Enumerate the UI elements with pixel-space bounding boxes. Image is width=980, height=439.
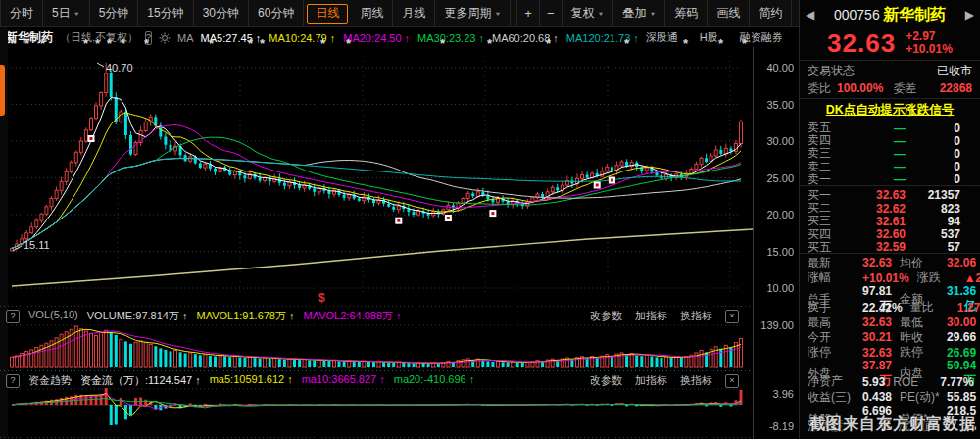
period-60min[interactable]: 60分钟 (249, 0, 304, 26)
indicator-value: MA20:24.50 ↑ (343, 32, 410, 44)
period-daily[interactable]: 日线 (307, 4, 348, 24)
add-indicator-button[interactable]: 加指标 (635, 373, 667, 388)
weibi-row: 委比 100.00% 委差 22868 (800, 79, 980, 97)
dk-signal-link[interactable]: DK点自动提示涨跌信号 (800, 100, 980, 120)
axis-tick: 139.00 (760, 319, 794, 331)
close-pane-icon[interactable]: × (725, 310, 739, 323)
stock-code: 000756 (834, 7, 880, 23)
indicator-value: MAVOL2:64.088万 ↑ (304, 309, 402, 323)
period-monthly[interactable]: 月线 (393, 0, 435, 26)
stat-row: 换手22.42%量比1.27 (800, 299, 980, 314)
period-weekly[interactable]: 周线 (351, 0, 393, 26)
chevron-down-icon: ▼ (598, 11, 605, 17)
help-icon[interactable]: ? (145, 31, 152, 45)
stat-row: 涨停32.63跌停26.69 (800, 344, 980, 359)
gear-icon[interactable] (159, 32, 171, 44)
add-indicator-button[interactable]: 加指标 (635, 309, 667, 323)
adjust-dropdown[interactable]: 复权▼ (563, 0, 614, 26)
axis-tick: -8.19 (769, 420, 794, 432)
candlestick-chart[interactable]: 40.7015.11$ (0, 47, 753, 306)
bid-levels: 买一32.6321357买二32.62823买三32.6194买四32.6053… (800, 187, 980, 252)
watermark: 截图来自东方财富数据 (809, 415, 976, 435)
bid-row[interactable]: 买四32.60537 (800, 226, 980, 239)
stat-row: 收益(三)0.438PE(动)*55.85 (800, 389, 980, 404)
help-icon[interactable]: ? (6, 310, 20, 323)
price-change-pct: +10.01% (906, 43, 953, 56)
divider (800, 60, 980, 61)
price-tick: 10.00 (766, 282, 794, 294)
ask-levels: 卖五—0卖四—0卖三—0卖二—0卖一—0 (800, 120, 980, 184)
ask-row[interactable]: 卖四—0 (800, 132, 980, 145)
period-5min[interactable]: 5分钟 (90, 0, 139, 26)
volume-values: VOL(5,10)VOLUME:97.814万 ↑MAVOL1:91.678万 … (28, 309, 402, 323)
change-params-button[interactable]: 改参数 (590, 373, 622, 388)
stat-row: 最新32.63均价32.06 (800, 255, 980, 269)
ask-row[interactable]: 卖三—0 (800, 145, 980, 158)
indicator-value: MA120:21.73 ↑ (566, 32, 639, 44)
quote-panel: ◀ 000756 新华制药 ▶ 32.63 +2.97 +10.01% 交易状态… (799, 0, 980, 439)
period-more[interactable]: 更多周期▼ (435, 0, 511, 26)
overlay-dropdown[interactable]: 叠加▼ (613, 0, 665, 26)
indicator-value: MA10:24.79 ↑ (269, 32, 335, 44)
period-30min[interactable]: 30分钟 (194, 0, 249, 26)
price-axis: 40.0035.0030.0025.0020.0015.0010.00139.0… (753, 47, 799, 439)
switch-indicator-button[interactable]: 换指标 (680, 309, 712, 323)
prev-stock-button[interactable]: ◀ (806, 8, 814, 22)
price-tick: 40.00 (766, 62, 794, 73)
market-link-0[interactable]: 深股通 (646, 30, 678, 45)
price-block: 32.63 +2.97 +10.01% (800, 27, 980, 59)
ask-row[interactable]: 卖五—0 (800, 120, 980, 132)
volume-header: ? VOL(5,10)VOLUME:97.814万 ↑MAVOL1:91.678… (0, 309, 753, 323)
indicator-value: VOLUME:97.814万 ↑ (87, 309, 188, 323)
stat-row: 涨幅+10.01%涨跌▲2.97 (800, 269, 980, 284)
indicator-value: MA30:23.23 ↑ (417, 32, 484, 44)
change-params-button[interactable]: 改参数 (590, 309, 622, 323)
last-price: 32.63 (827, 28, 896, 59)
bid-row[interactable]: 买二32.62823 (800, 200, 980, 213)
period-5day[interactable]: 5日▼ (43, 0, 90, 26)
indicator-value: ma10:3665.827 ↑ (302, 373, 385, 388)
indicator-value: VOL(5,10) (28, 309, 78, 323)
stock-name: 新华制药 (883, 6, 946, 23)
volume-pane-buttons: 改参数加指标换指标× (590, 309, 739, 323)
next-stock-button[interactable]: ▶ (965, 8, 974, 22)
period-15min[interactable]: 15分钟 (138, 0, 193, 26)
bid-row[interactable]: 买五32.5957 (800, 239, 980, 252)
chevron-down-icon: ▼ (494, 11, 501, 17)
market-link-1[interactable]: H股 (700, 30, 718, 45)
help-icon[interactable]: ? (6, 374, 20, 388)
indicator-value: MAVOL1:91.678万 ↑ (196, 309, 294, 323)
trade-status-label: 交易状态 (808, 63, 855, 79)
chart-mode-label: （日线,不复权） (60, 30, 138, 45)
draw-line-button[interactable]: 画线 (708, 0, 750, 26)
indicator-value: MA60:20.68 ↑ (492, 32, 559, 44)
price-tick: 25.00 (766, 172, 794, 184)
svg-text:40.70: 40.70 (106, 62, 133, 73)
zoom-out-button[interactable]: − (540, 0, 563, 26)
indicator-value: 资金流（万）:1124.547 ↑ (80, 373, 201, 388)
divider (800, 98, 980, 99)
stat-row: 总手97.81万金额31.36亿 (800, 284, 980, 299)
period-intraday[interactable]: 分时 (0, 0, 43, 26)
indicator-value: MA5:27.45 ↑ (201, 32, 262, 44)
trade-status-row: 交易状态 已收市 (800, 62, 980, 79)
market-link-2[interactable]: 融资融券 (740, 30, 783, 45)
bid-row[interactable]: 买一32.6321357 (800, 187, 980, 200)
indicator-value: ma20:-410.696 ↑ (394, 373, 475, 388)
svg-text:$: $ (318, 291, 325, 305)
stock-trading-app: 分时5日▼5分钟15分钟30分钟60分钟日线周线月线更多周期▼ +−复权▼叠加▼… (0, 0, 980, 439)
indicator-value: ma5:10591.612 ↑ (210, 373, 293, 388)
zoom-in-button[interactable]: + (516, 0, 540, 26)
simple-mode-button[interactable]: 简约 (750, 0, 792, 26)
chart-toolbar: 分时5日▼5分钟15分钟30分钟60分钟日线周线月线更多周期▼ +−复权▼叠加▼… (0, 0, 799, 27)
close-pane-icon[interactable]: × (725, 374, 739, 388)
ask-row[interactable]: 卖二—0 (800, 159, 980, 171)
bid-row[interactable]: 买三32.6194 (800, 213, 980, 225)
chevron-down-icon: ▼ (74, 11, 80, 17)
market-links: 深股通H股融资融券 (646, 30, 783, 45)
toolbar-periods: 分时5日▼5分钟15分钟30分钟60分钟日线周线月线更多周期▼ (0, 0, 511, 26)
ask-row[interactable]: 卖一—0 (800, 171, 980, 184)
switch-indicator-button[interactable]: 换指标 (680, 373, 712, 388)
stock-switcher: ◀ 000756 新华制药 ▶ (800, 0, 980, 27)
chip-distribution-button[interactable]: 筹码 (665, 0, 708, 26)
